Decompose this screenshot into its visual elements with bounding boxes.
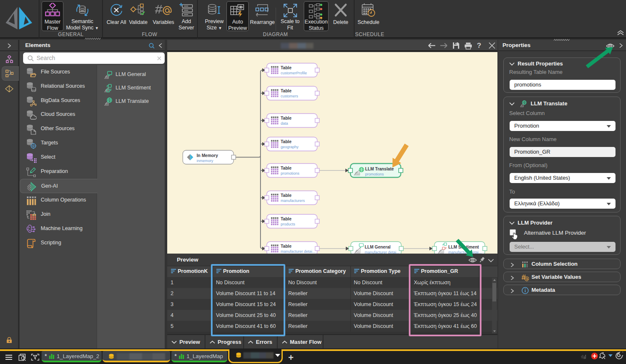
svg-text:Table: Table <box>281 116 292 120</box>
svg-text:In Memory: In Memory <box>197 153 218 158</box>
svg-text:Table: Table <box>281 65 292 70</box>
svg-text:promotions: promotions <box>365 172 384 176</box>
svg-text:Table: Table <box>281 217 292 221</box>
svg-text:promotions: promotions <box>281 171 300 175</box>
svg-text:inmemory: inmemory <box>197 159 213 163</box>
svg-text:Table: Table <box>281 244 292 249</box>
svg-text:?: ? <box>477 42 481 50</box>
svg-text:manufacturer detai...: manufacturer detai... <box>281 249 316 254</box>
svg-text:products: products <box>281 222 295 226</box>
svg-text:customerProfile: customerProfile <box>281 71 307 75</box>
svg-text:customers: customers <box>281 94 298 98</box>
svg-text:manufacturer detai...: manufacturer detai... <box>365 250 400 254</box>
svg-text:data: data <box>281 121 288 126</box>
svg-text:Table: Table <box>281 193 292 198</box>
svg-text:Table: Table <box>281 139 292 144</box>
svg-text:manufacturers: manufacturers <box>281 199 305 203</box>
svg-text:LLM General: LLM General <box>365 245 391 249</box>
svg-text:Table: Table <box>281 166 292 170</box>
svg-text:geography: geography <box>281 145 299 149</box>
svg-text:LLM Translate: LLM Translate <box>365 167 394 171</box>
svg-text:Table: Table <box>281 89 292 93</box>
